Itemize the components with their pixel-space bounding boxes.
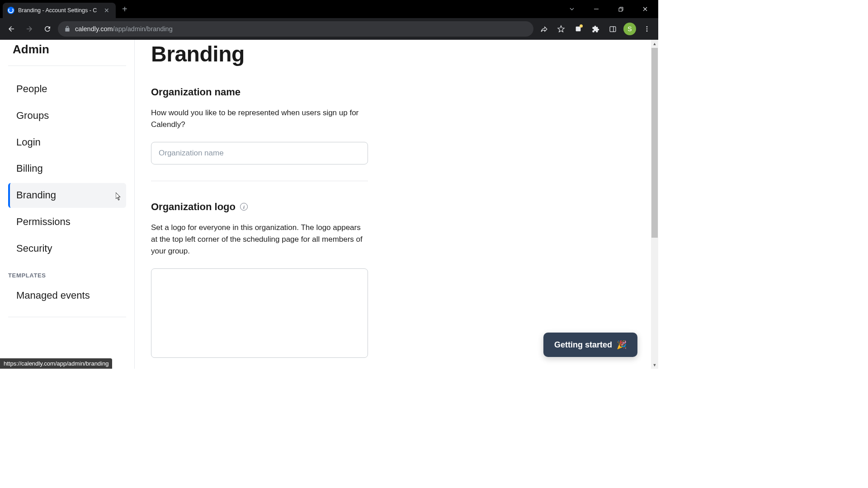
scroll-down-icon[interactable]: ▼ [651, 361, 658, 369]
close-tab-icon[interactable]: ✕ [102, 6, 111, 15]
scrollbar[interactable]: ▲ ▼ [651, 40, 658, 369]
svg-point-7 [646, 30, 648, 32]
share-icon[interactable] [536, 21, 552, 37]
sidebar-item-login[interactable]: Login [8, 130, 126, 155]
bookmark-icon[interactable] [553, 21, 569, 37]
lock-icon [64, 26, 71, 32]
address-bar[interactable]: calendly.com/app/admin/branding [58, 21, 533, 37]
maximize-window-button[interactable] [610, 2, 631, 16]
close-window-button[interactable] [635, 2, 656, 16]
minimize-window-button[interactable] [586, 2, 607, 16]
sidebar-item-managed-events[interactable]: Managed events [8, 283, 126, 308]
sidebar-header: Admin [8, 40, 126, 66]
org-logo-heading: Organization logo i [151, 201, 368, 213]
org-logo-description: Set a logo for everyone in this organiza… [151, 222, 368, 258]
divider [151, 181, 368, 181]
scrollbar-thumb[interactable] [651, 48, 658, 238]
browser-toolbar: calendly.com/app/admin/branding S [0, 18, 658, 40]
svg-point-5 [646, 26, 648, 28]
sidebar-item-groups[interactable]: Groups [8, 103, 126, 128]
status-bar-url: https://calendly.com/app/admin/branding [0, 358, 112, 369]
app-content: Admin People Groups Login Billing Brandi… [0, 40, 658, 369]
sidepanel-icon[interactable] [605, 21, 620, 37]
org-name-input[interactable] [151, 142, 368, 164]
browser-tab[interactable]: Branding - Account Settings - C ✕ [3, 3, 116, 18]
tab-favicon-icon [7, 7, 14, 14]
info-icon[interactable]: i [240, 203, 248, 211]
window-controls [561, 2, 656, 16]
tab-title: Branding - Account Settings - C [18, 7, 99, 14]
back-button[interactable] [4, 21, 19, 37]
getting-started-button[interactable]: Getting started 🎉 [543, 333, 637, 357]
org-name-heading: Organization name [151, 86, 368, 98]
divider [8, 66, 126, 66]
page-title: Branding [151, 42, 658, 66]
new-tab-button[interactable]: + [116, 4, 134, 14]
url-text: calendly.com/app/admin/branding [75, 25, 527, 33]
svg-rect-3 [610, 26, 616, 31]
sidebar-item-branding[interactable]: Branding [8, 183, 126, 208]
reload-button[interactable] [40, 21, 55, 37]
org-name-section: Organization name How would you like to … [151, 86, 368, 164]
extensions-icon[interactable] [588, 21, 603, 37]
org-name-description: How would you like to be represented whe… [151, 107, 368, 131]
tab-dropdown-icon[interactable] [561, 2, 582, 16]
sidebar-item-billing[interactable]: Billing [8, 156, 126, 181]
browser-tab-strip: Branding - Account Settings - C ✕ + [0, 0, 658, 18]
sidebar-item-permissions[interactable]: Permissions [8, 210, 126, 235]
main-content: ORGANIZATION Branding Organization name … [135, 40, 658, 369]
party-icon: 🎉 [617, 340, 627, 350]
svg-point-6 [646, 28, 648, 30]
logo-upload-area[interactable] [151, 268, 368, 358]
sidebar-section-templates: TEMPLATES [8, 263, 126, 283]
sidebar-item-people[interactable]: People [8, 77, 126, 102]
org-logo-section: Organization logo i Set a logo for every… [151, 201, 368, 358]
svg-rect-1 [619, 8, 622, 11]
sidebar: Admin People Groups Login Billing Brandi… [0, 40, 135, 369]
extension-badge-icon[interactable] [571, 21, 586, 37]
forward-button[interactable] [22, 21, 37, 37]
divider [8, 317, 126, 317]
profile-avatar[interactable]: S [622, 21, 637, 37]
sidebar-item-security[interactable]: Security [8, 236, 126, 261]
menu-icon[interactable] [639, 21, 655, 37]
scroll-up-icon[interactable]: ▲ [651, 40, 658, 47]
